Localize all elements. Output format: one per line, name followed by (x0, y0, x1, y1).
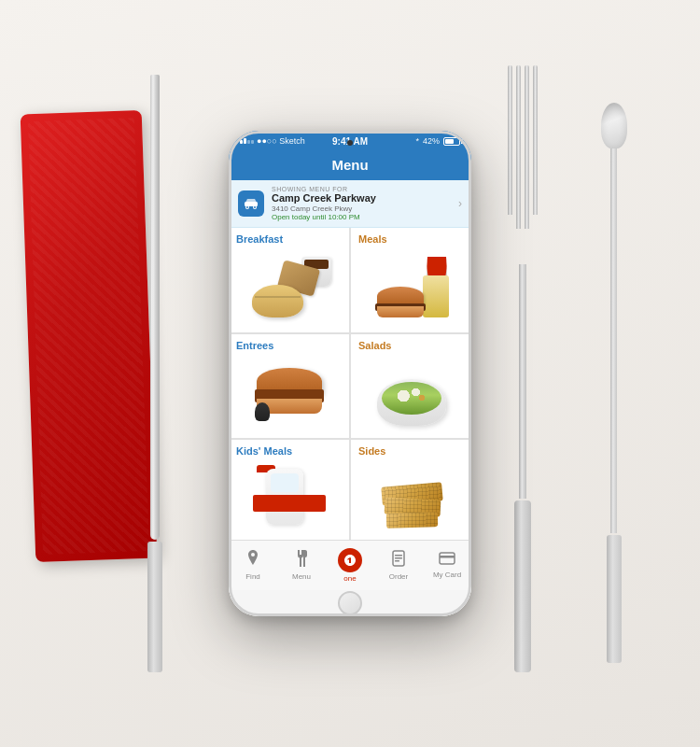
tab-menu[interactable]: Menu (277, 541, 326, 590)
tab-one[interactable]: one (326, 541, 374, 590)
spoon-decoration (597, 103, 630, 663)
nav-bar: Menu (229, 151, 471, 180)
carrier-signal: ●●○○ Sketch (240, 136, 305, 146)
one-badge (338, 548, 362, 572)
find-tab-label: Find (245, 572, 260, 581)
salads-label: Salads (351, 334, 471, 353)
camera-dot (347, 140, 353, 146)
card-icon (439, 552, 455, 569)
menu-grid: Breakfast Meals (229, 228, 471, 540)
knife-decoration (145, 75, 165, 672)
menu-tab-label: Menu (292, 572, 311, 581)
entrees-image (229, 353, 349, 439)
breakfast-image (229, 247, 349, 332)
meals-label: Meals (351, 228, 471, 247)
meals-cell[interactable]: Meals (351, 228, 471, 332)
home-button[interactable] (338, 591, 362, 615)
kids-meals-cell[interactable]: Kids' Meals (229, 440, 349, 540)
bluetooth-icon: * (415, 136, 419, 146)
svg-rect-6 (395, 555, 402, 557)
meals-image (351, 247, 471, 332)
pin-icon (245, 550, 260, 571)
order-tab-label: Order (389, 572, 408, 581)
salads-cell[interactable]: Salads (351, 334, 471, 439)
napkin-decoration (21, 110, 158, 562)
location-address: 3410 Camp Creek Pkwy (272, 204, 455, 213)
entrees-label: Entrees (229, 334, 349, 353)
mycard-tab-label: My Card (433, 571, 461, 579)
tab-order[interactable]: Order (374, 541, 423, 590)
chevron-right-icon: › (458, 197, 462, 210)
one-tab-label: one (343, 574, 356, 583)
sides-label: Sides (351, 440, 471, 458)
showing-menu-label: SHOWING MENU FOR (272, 186, 455, 192)
svg-rect-8 (395, 560, 399, 562)
order-icon (391, 550, 406, 571)
tab-find[interactable]: Find (229, 541, 277, 590)
sides-image (351, 458, 471, 540)
home-button-area (229, 590, 471, 616)
fork-knife-icon (294, 550, 309, 571)
phone-mockup: ●●○○ Sketch 9:41 AM * 42% Menu (229, 131, 471, 616)
location-name: Camp Creek Parkway (272, 192, 455, 204)
breakfast-label: Breakfast (229, 228, 349, 247)
fork-decoration (504, 65, 541, 672)
sides-cell[interactable]: Sides (351, 440, 471, 540)
car-icon (238, 190, 264, 217)
entrees-cell[interactable]: Entrees (229, 334, 349, 439)
page-title: Menu (240, 157, 460, 173)
phone-screen: ●●○○ Sketch 9:41 AM * 42% Menu (229, 131, 471, 616)
tab-mycard[interactable]: My Card (423, 541, 471, 590)
battery-pct: 42% (423, 136, 440, 146)
location-info: SHOWING MENU FOR Camp Creek Parkway 3410… (272, 186, 455, 221)
battery-fill (445, 139, 454, 144)
location-hours: Open today until 10:00 PM (272, 213, 455, 221)
battery-indicator (443, 137, 460, 146)
svg-point-3 (246, 206, 248, 208)
svg-rect-7 (395, 557, 402, 559)
tab-bar: Find Menu one (229, 540, 471, 590)
breakfast-cell[interactable]: Breakfast (229, 228, 349, 332)
location-banner[interactable]: SHOWING MENU FOR Camp Creek Parkway 3410… (229, 180, 471, 228)
salads-image (351, 353, 471, 439)
svg-rect-10 (440, 556, 455, 558)
svg-rect-9 (440, 553, 455, 564)
kids-meals-image (229, 458, 349, 540)
kids-meals-label: Kids' Meals (229, 440, 349, 458)
svg-point-4 (254, 206, 256, 208)
carrier-name: ●●○○ Sketch (257, 136, 305, 146)
status-right: * 42% (415, 136, 460, 146)
